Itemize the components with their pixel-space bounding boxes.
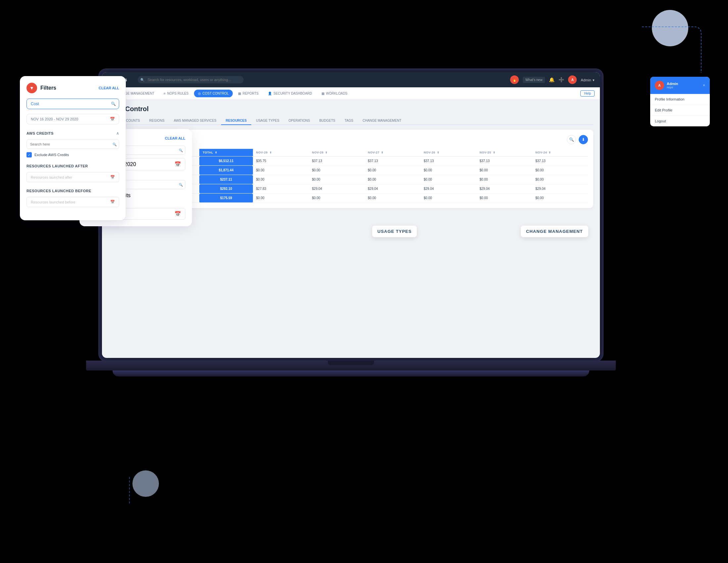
- top-nav: nOps 🔍 🔥 What's new 🔔 ➕: [102, 72, 600, 87]
- aws-credits-search-icon: 🔍: [113, 143, 117, 146]
- aws-credits-toggle-icon[interactable]: ∧: [116, 131, 119, 136]
- row-nov25: $0.00: [476, 175, 532, 184]
- nav-search[interactable]: 🔍: [138, 76, 244, 83]
- filter-search-icon: 🔍: [111, 102, 116, 106]
- aws-credits-header: AWS CREDITS ∧: [26, 131, 119, 136]
- search-expand-button[interactable]: 🔍: [567, 135, 576, 144]
- nav-right: 🔥 What's new 🔔 ➕ A Admin ▾: [510, 75, 595, 84]
- row-nov26: $29.04: [420, 184, 476, 194]
- filter-panel: ▼ Filters CLEAR ALL 🔍 NOV 16 2020 - NOV …: [20, 76, 126, 220]
- nav-reports[interactable]: ▦ REPORTS: [234, 90, 263, 97]
- global-search-input[interactable]: [138, 76, 244, 83]
- security-icon: 👤: [268, 92, 272, 95]
- pd-close-button[interactable]: ×: [703, 83, 705, 88]
- floating-label-change-management: CHANGE MANAGEMENT: [521, 226, 588, 237]
- row-nov27: $0.00: [364, 166, 420, 175]
- row-nov26: $37.13: [420, 157, 476, 166]
- resources-launched-after-title: RESOURCES LAUNCHED AFTER: [26, 164, 88, 168]
- whats-new-button[interactable]: What's new: [523, 77, 545, 83]
- page-title: Cost Control: [109, 105, 593, 113]
- clear-all-button[interactable]: CLEAR ALL: [99, 86, 119, 90]
- filter-title: Filters: [40, 85, 56, 91]
- filter-search-box[interactable]: 🔍: [26, 99, 119, 109]
- tab-regions[interactable]: REGIONS: [145, 117, 169, 125]
- resources-launched-after-placeholder: Resources launched after: [31, 175, 72, 179]
- nav-nops-rules[interactable]: ≡ NOPS RULES: [160, 90, 192, 97]
- nav-cost-control-label: COST CONTROL: [203, 92, 229, 95]
- pd-logout[interactable]: Logout: [650, 116, 710, 126]
- row-nov24: $37.13: [532, 157, 588, 166]
- row-total: $292.10: [199, 184, 253, 194]
- pd-org: nops: [667, 86, 703, 89]
- resources-launched-after-input[interactable]: Resources launched after 📅: [26, 172, 119, 182]
- aws-credits-search-input[interactable]: [26, 140, 119, 149]
- aws-credits-search[interactable]: 🔍: [26, 140, 119, 149]
- tab-tags[interactable]: TAGS: [340, 117, 358, 125]
- filter-title-row: ▼ Filters: [26, 83, 56, 93]
- filter-date-range[interactable]: NOV 16 2020 - NOV 29 2020 📅: [26, 114, 119, 124]
- resources-launched-before-header: RESOURCES LAUNCHED BEFORE: [26, 189, 119, 193]
- col-nov29[interactable]: NOV-29 ⬆: [253, 149, 309, 157]
- col-nov26[interactable]: NOV-26 ⬆: [420, 149, 476, 157]
- resources-launched-after-header: RESOURCES LAUNCHED AFTER: [26, 164, 119, 168]
- plus-button[interactable]: ➕: [558, 77, 564, 82]
- row-nov24: $0.00: [532, 194, 588, 203]
- row-nov25: $0.00: [476, 194, 532, 203]
- pd-edit-profile[interactable]: Edit Profile: [650, 105, 710, 116]
- sort-icon-nov26: ⬆: [437, 151, 440, 154]
- col-nov25[interactable]: NOV-25 ⬆: [476, 149, 532, 157]
- col-total[interactable]: TOTAL ⬆: [199, 149, 253, 157]
- row-nov28: $29.04: [309, 184, 364, 194]
- resources-launched-before-title: RESOURCES LAUNCHED BEFORE: [26, 189, 91, 193]
- row-nov26: $0.00: [420, 175, 476, 184]
- tab-aws-managed-services[interactable]: AWS MANAGED SERVICES: [169, 117, 221, 125]
- nav-security-dashboard[interactable]: 👤 SECURITY DASHBOARD: [264, 90, 316, 97]
- col-nov24[interactable]: NOV-24 ⬆: [532, 149, 588, 157]
- row-nov26: $0.00: [420, 166, 476, 175]
- resources-launched-before-calendar-icon: 📅: [110, 200, 115, 204]
- dropdown-arrow-icon: ▾: [593, 78, 595, 82]
- reports-icon: ▦: [238, 92, 241, 95]
- col-nov27[interactable]: NOV-27 ⬆: [364, 149, 420, 157]
- tab-usage-types[interactable]: USAGE TYPES: [251, 117, 284, 125]
- filter-icon: ▼: [26, 83, 37, 93]
- resources-launched-after-section: RESOURCES LAUNCHED AFTER Resources launc…: [26, 164, 119, 182]
- nav-cost-control[interactable]: ◎ COST CONTROL: [194, 90, 233, 97]
- search-icon: 🔍: [140, 78, 144, 82]
- sort-icon-nov27: ⬆: [381, 151, 384, 154]
- resources-launched-before-section: RESOURCES LAUNCHED BEFORE Resources laun…: [26, 189, 119, 207]
- notification-button[interactable]: 🔔: [549, 77, 555, 82]
- tab-budgets[interactable]: BUDGETS: [315, 117, 340, 125]
- resources-launched-before-input[interactable]: Resources launched before 📅: [26, 197, 119, 207]
- pd-header: A Admin nops ×: [650, 77, 710, 94]
- fp-back-clear-all-button[interactable]: CLEAR ALL: [165, 136, 185, 140]
- row-nov28: $37.13: [309, 157, 364, 166]
- download-button[interactable]: ⬇: [579, 135, 588, 144]
- fp-back-launched-after-calendar-icon: 📅: [174, 211, 181, 217]
- nav-reports-label: REPORTS: [243, 92, 259, 95]
- pd-profile-information[interactable]: Profile Information: [650, 94, 710, 105]
- row-nov29: $27.83: [253, 184, 309, 194]
- row-nov27: $0.00: [364, 194, 420, 203]
- dashed-decoration-bottom: [129, 477, 130, 503]
- fire-icon: 🔥: [512, 78, 516, 82]
- tab-operations[interactable]: OPERATIONS: [284, 117, 315, 125]
- row-nov28: $0.00: [309, 166, 364, 175]
- col-nov28[interactable]: NOV-28 ⬆: [309, 149, 364, 157]
- pd-avatar: A: [655, 81, 664, 90]
- fp-back-search-icon: 🔍: [179, 149, 183, 152]
- laptop-notch: [328, 360, 374, 365]
- whats-new-label: What's new: [525, 78, 542, 82]
- filter-funnel-icon: ▼: [29, 85, 34, 91]
- row-total: $1,871.44: [199, 166, 253, 175]
- help-button[interactable]: Help: [580, 90, 595, 97]
- filter-date-range-text: NOV 16 2020 - NOV 29 2020: [31, 117, 78, 121]
- floating-label-usage-types: USAGE TYPES: [372, 226, 417, 237]
- filter-search-input[interactable]: [26, 99, 119, 109]
- cost-control-icon: ◎: [198, 92, 201, 95]
- tab-resources[interactable]: RESOURCES: [221, 117, 251, 125]
- tab-change-management[interactable]: CHANGE MANAGEMENT: [358, 117, 406, 125]
- resources-launched-before-placeholder: Resources launched before: [31, 200, 75, 204]
- exclude-aws-credits-checkbox[interactable]: ✓: [26, 152, 32, 158]
- nav-workloads[interactable]: ▦ WORKLOADS: [317, 90, 352, 97]
